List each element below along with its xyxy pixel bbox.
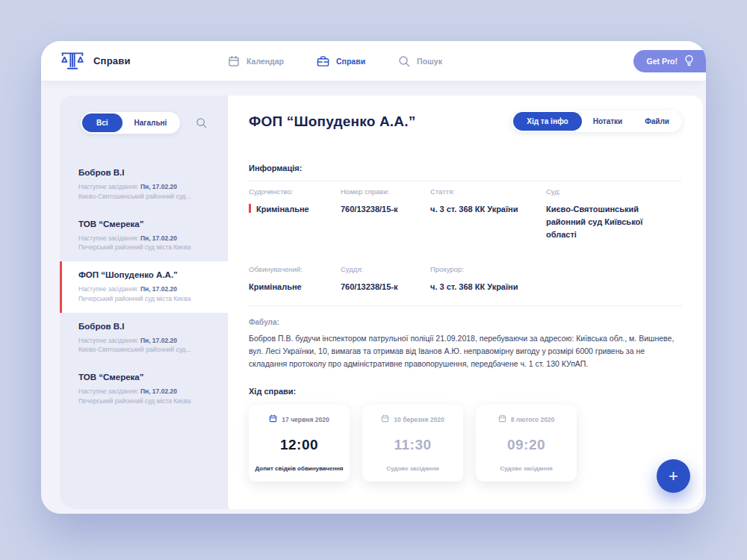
case-next-date: Пн, 17.02.20 xyxy=(140,234,177,242)
hearing-date-row: 8 лютого 2020 xyxy=(498,414,555,424)
add-button[interactable]: + xyxy=(657,459,690,493)
calendar-icon xyxy=(228,55,240,67)
filter-tab-urgent[interactable]: Нагальні xyxy=(123,113,179,132)
hearing-time: 12:00 xyxy=(280,437,318,453)
case-court: Печерський районний суд міста Києва xyxy=(78,396,217,406)
hearing-date: 8 лютого 2020 xyxy=(511,416,555,423)
field-judge: Суддя: 760/13238/15-к xyxy=(341,265,430,293)
field-prosecutor: Прокурор: ч. 3 ст. 368 КК України xyxy=(430,265,546,293)
case-next-date: Пн, 17.02.20 xyxy=(140,337,177,344)
app-logo: Справи xyxy=(59,49,131,73)
field-case-number: Номер справи: 760/13238/15-к xyxy=(341,187,430,241)
case-detail-panel: ФОП “Шопуденко А.А.” Хід та інфо Нотатки… xyxy=(228,96,703,509)
main-nav: Календар Справи Пошук xyxy=(228,41,442,81)
hearing-date-row: 17 червня 2020 xyxy=(269,414,329,424)
field-label: Прокурор: xyxy=(430,265,546,273)
field-value: Кримінальне xyxy=(249,203,341,216)
lightbulb-icon xyxy=(684,55,694,68)
case-list-item[interactable]: Бобров В.І Наступне засідання: Пн, 17.02… xyxy=(60,313,228,364)
case-detail-header: ФОП “Шопуденко А.А.” Хід та інфо Нотатки… xyxy=(249,96,682,132)
hearing-time: 11:30 xyxy=(394,437,431,453)
field-value: Києво-Святошинський районний суд Київськ… xyxy=(546,203,682,241)
field-value: Кримінальне xyxy=(249,281,341,293)
fabula-text: Бобров П.В. будучи інспектором патрульно… xyxy=(249,332,682,370)
case-next-hearing: Наступне засідання: Пн, 17.02.20 xyxy=(78,336,217,346)
hearing-title: Судове засідання xyxy=(500,465,552,472)
hearing-date: 10 березня 2020 xyxy=(394,416,444,423)
info-fields-row2: Обвинувачений: Кримінальне Суддя: 760/13… xyxy=(249,265,682,293)
case-next-date: Пн, 17.02.20 xyxy=(140,285,177,293)
hearing-title: Судове засідання xyxy=(386,465,438,472)
detail-tabs: Хід та інфо Нотатки Файли xyxy=(512,111,682,132)
hearing-date-row: 10 березня 2020 xyxy=(381,414,444,424)
case-list: Бобров В.І Наступне засідання: Пн, 17.02… xyxy=(60,159,228,415)
field-defendant: Обвинувачений: Кримінальне xyxy=(249,265,341,293)
case-court: Києво-Святошинський районний суд... xyxy=(78,192,217,202)
hearing-cards: 17 червня 2020 12:00 Допит свідків обвин… xyxy=(249,405,682,482)
nav-label: Справи xyxy=(336,57,365,66)
case-list-item[interactable]: ТОВ “Смерека” Наступне засідання: Пн, 17… xyxy=(60,364,228,415)
hearing-card[interactable]: 8 лютого 2020 09:20 Судове засідання xyxy=(476,405,577,482)
case-title: ТОВ “Смерека” xyxy=(78,220,217,228)
field-court: Суд: Києво-Святошинський районний суд Ки… xyxy=(546,187,682,241)
scales-of-justice-icon xyxy=(59,49,86,73)
nav-item-cases[interactable]: Справи xyxy=(317,55,365,67)
field-value: 760/13238/15-к xyxy=(341,203,430,216)
case-next-hearing: Наступне засідання: Пн, 17.02.20 xyxy=(78,234,217,243)
case-list-item[interactable]: ТОВ “Смерека” Наступне засідання: Пн, 17… xyxy=(60,211,228,262)
tab-notes[interactable]: Нотатки xyxy=(582,112,634,131)
page-title: ФОП “Шопуденко А.А.” xyxy=(249,113,415,130)
briefcase-icon xyxy=(317,55,329,67)
hearing-time: 09:20 xyxy=(507,437,545,453)
nav-item-search[interactable]: Пошук xyxy=(398,55,442,67)
app-title: Справи xyxy=(93,55,131,66)
get-pro-button[interactable]: Get Pro! xyxy=(633,50,706,72)
calendar-icon xyxy=(269,414,277,424)
tab-files[interactable]: Файли xyxy=(633,112,681,131)
field-label: Стаття: xyxy=(430,187,546,196)
divider xyxy=(249,305,682,306)
red-accent-bar xyxy=(249,204,251,213)
case-list-sidebar: Всі Нагальні Бобров В.І Наступне засідан… xyxy=(60,96,228,509)
filter-tab-all[interactable]: Всі xyxy=(82,113,123,132)
field-proceeding: Судочинство: Кримінальне xyxy=(249,187,341,241)
case-title: ФОП “Шопуденко А.А.” xyxy=(78,270,217,279)
case-court: Печерський районний суд міста Києва xyxy=(78,294,217,304)
nav-item-calendar[interactable]: Календар xyxy=(228,55,284,67)
case-next-hearing: Наступне засідання: Пн, 17.02.20 xyxy=(78,182,217,192)
field-value: 760/13238/15-к xyxy=(341,281,430,293)
tab-progress-info[interactable]: Хід та інфо xyxy=(513,112,581,131)
divider xyxy=(249,181,682,181)
hearing-date: 17 червня 2020 xyxy=(282,416,329,423)
calendar-icon xyxy=(498,414,506,424)
case-list-item-selected[interactable]: ФОП “Шопуденко А.А.” Наступне засідання:… xyxy=(60,261,228,313)
app-window: Справи Календар xyxy=(41,41,706,514)
hearing-card[interactable]: 17 червня 2020 12:00 Допит свідків обвин… xyxy=(249,405,350,482)
field-label: Суд: xyxy=(546,187,682,196)
progress-section-heading: Хід справи: xyxy=(249,387,682,396)
case-list-item[interactable]: Бобров В.І Наступне засідання: Пн, 17.02… xyxy=(60,159,228,211)
case-court: Печерський районний суд міста Києва xyxy=(78,243,217,252)
filter-tabs: Всі Нагальні xyxy=(81,112,180,134)
case-next-hearing: Наступне засідання: Пн, 17.02.20 xyxy=(78,284,217,294)
search-icon xyxy=(398,55,410,67)
top-header: Справи Календар xyxy=(41,41,706,81)
case-court: Києво-Святошинський районний суд... xyxy=(78,345,217,355)
case-title: Бобров В.І xyxy=(78,322,217,331)
sidebar-toolbar: Всі Нагальні xyxy=(60,96,228,134)
case-next-hearing: Наступне засідання: Пн, 17.02.20 xyxy=(78,387,217,396)
calendar-icon xyxy=(381,414,389,424)
field-label: Судочинство: xyxy=(249,187,341,196)
field-value: ч. 3 ст. 368 КК України xyxy=(430,203,546,216)
info-fields-row1: Судочинство: Кримінальне Номер справи: 7… xyxy=(249,187,682,241)
hearing-card[interactable]: 10 березня 2020 11:30 Судове засідання xyxy=(362,405,463,482)
field-label: Суддя: xyxy=(341,265,430,273)
field-article: Стаття: ч. 3 ст. 368 КК України xyxy=(430,187,546,241)
info-section-heading: Информація: xyxy=(249,164,682,172)
nav-label: Календар xyxy=(247,57,284,66)
field-label: Номер справи: xyxy=(341,187,430,196)
sidebar-search-icon[interactable] xyxy=(196,117,207,128)
nav-label: Пошук xyxy=(417,57,442,66)
case-title: ТОВ “Смерека” xyxy=(78,373,217,382)
case-title: Бобров В.І xyxy=(78,168,217,177)
